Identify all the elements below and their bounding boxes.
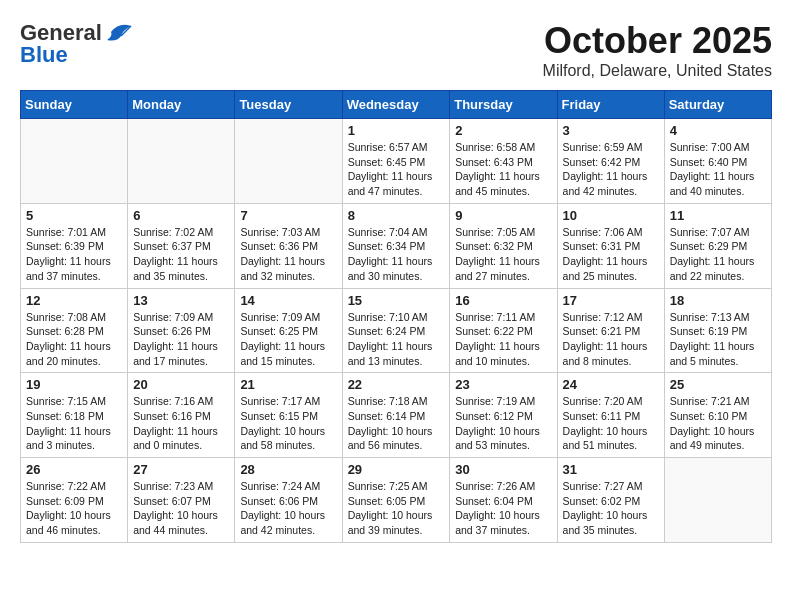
- calendar-day-cell: 17Sunrise: 7:12 AM Sunset: 6:21 PM Dayli…: [557, 288, 664, 373]
- day-number: 12: [26, 293, 122, 308]
- calendar-day-cell: 24Sunrise: 7:20 AM Sunset: 6:11 PM Dayli…: [557, 373, 664, 458]
- day-info: Sunrise: 7:16 AM Sunset: 6:16 PM Dayligh…: [133, 394, 229, 453]
- day-number: 15: [348, 293, 445, 308]
- calendar-week-row: 26Sunrise: 7:22 AM Sunset: 6:09 PM Dayli…: [21, 458, 772, 543]
- calendar-day-cell: 12Sunrise: 7:08 AM Sunset: 6:28 PM Dayli…: [21, 288, 128, 373]
- day-info: Sunrise: 7:11 AM Sunset: 6:22 PM Dayligh…: [455, 310, 551, 369]
- day-number: 4: [670, 123, 766, 138]
- day-info: Sunrise: 7:07 AM Sunset: 6:29 PM Dayligh…: [670, 225, 766, 284]
- day-number: 11: [670, 208, 766, 223]
- day-number: 19: [26, 377, 122, 392]
- calendar-day-header: Friday: [557, 91, 664, 119]
- day-number: 13: [133, 293, 229, 308]
- day-info: Sunrise: 7:01 AM Sunset: 6:39 PM Dayligh…: [26, 225, 122, 284]
- calendar-day-cell: 20Sunrise: 7:16 AM Sunset: 6:16 PM Dayli…: [128, 373, 235, 458]
- day-info: Sunrise: 7:23 AM Sunset: 6:07 PM Dayligh…: [133, 479, 229, 538]
- calendar-day-cell: 4Sunrise: 7:00 AM Sunset: 6:40 PM Daylig…: [664, 119, 771, 204]
- day-number: 6: [133, 208, 229, 223]
- day-number: 9: [455, 208, 551, 223]
- day-info: Sunrise: 7:22 AM Sunset: 6:09 PM Dayligh…: [26, 479, 122, 538]
- calendar-week-row: 12Sunrise: 7:08 AM Sunset: 6:28 PM Dayli…: [21, 288, 772, 373]
- day-number: 1: [348, 123, 445, 138]
- day-info: Sunrise: 7:09 AM Sunset: 6:26 PM Dayligh…: [133, 310, 229, 369]
- calendar-table: SundayMondayTuesdayWednesdayThursdayFrid…: [20, 90, 772, 543]
- calendar-day-cell: 3Sunrise: 6:59 AM Sunset: 6:42 PM Daylig…: [557, 119, 664, 204]
- calendar-day-cell: 13Sunrise: 7:09 AM Sunset: 6:26 PM Dayli…: [128, 288, 235, 373]
- day-number: 7: [240, 208, 336, 223]
- day-info: Sunrise: 7:15 AM Sunset: 6:18 PM Dayligh…: [26, 394, 122, 453]
- calendar-day-header: Thursday: [450, 91, 557, 119]
- title-block: October 2025 Milford, Delaware, United S…: [543, 20, 772, 80]
- day-info: Sunrise: 7:03 AM Sunset: 6:36 PM Dayligh…: [240, 225, 336, 284]
- day-info: Sunrise: 7:04 AM Sunset: 6:34 PM Dayligh…: [348, 225, 445, 284]
- day-info: Sunrise: 7:27 AM Sunset: 6:02 PM Dayligh…: [563, 479, 659, 538]
- calendar-day-cell: [21, 119, 128, 204]
- calendar-day-header: Saturday: [664, 91, 771, 119]
- day-info: Sunrise: 7:18 AM Sunset: 6:14 PM Dayligh…: [348, 394, 445, 453]
- day-number: 14: [240, 293, 336, 308]
- calendar-day-cell: 28Sunrise: 7:24 AM Sunset: 6:06 PM Dayli…: [235, 458, 342, 543]
- day-info: Sunrise: 7:12 AM Sunset: 6:21 PM Dayligh…: [563, 310, 659, 369]
- logo-blue: Blue: [20, 42, 68, 68]
- day-number: 21: [240, 377, 336, 392]
- day-number: 28: [240, 462, 336, 477]
- calendar-day-header: Sunday: [21, 91, 128, 119]
- calendar-day-cell: [128, 119, 235, 204]
- calendar-day-cell: 1Sunrise: 6:57 AM Sunset: 6:45 PM Daylig…: [342, 119, 450, 204]
- calendar-day-cell: 8Sunrise: 7:04 AM Sunset: 6:34 PM Daylig…: [342, 203, 450, 288]
- calendar-day-cell: 19Sunrise: 7:15 AM Sunset: 6:18 PM Dayli…: [21, 373, 128, 458]
- day-number: 31: [563, 462, 659, 477]
- day-info: Sunrise: 7:09 AM Sunset: 6:25 PM Dayligh…: [240, 310, 336, 369]
- calendar-week-row: 5Sunrise: 7:01 AM Sunset: 6:39 PM Daylig…: [21, 203, 772, 288]
- calendar-day-cell: 18Sunrise: 7:13 AM Sunset: 6:19 PM Dayli…: [664, 288, 771, 373]
- calendar-day-cell: 23Sunrise: 7:19 AM Sunset: 6:12 PM Dayli…: [450, 373, 557, 458]
- day-number: 17: [563, 293, 659, 308]
- calendar-day-cell: 11Sunrise: 7:07 AM Sunset: 6:29 PM Dayli…: [664, 203, 771, 288]
- day-info: Sunrise: 7:05 AM Sunset: 6:32 PM Dayligh…: [455, 225, 551, 284]
- calendar-day-cell: 15Sunrise: 7:10 AM Sunset: 6:24 PM Dayli…: [342, 288, 450, 373]
- day-number: 25: [670, 377, 766, 392]
- day-number: 26: [26, 462, 122, 477]
- day-info: Sunrise: 7:17 AM Sunset: 6:15 PM Dayligh…: [240, 394, 336, 453]
- day-number: 3: [563, 123, 659, 138]
- calendar-day-cell: 31Sunrise: 7:27 AM Sunset: 6:02 PM Dayli…: [557, 458, 664, 543]
- calendar-header-row: SundayMondayTuesdayWednesdayThursdayFrid…: [21, 91, 772, 119]
- page-title: October 2025: [543, 20, 772, 62]
- day-info: Sunrise: 7:00 AM Sunset: 6:40 PM Dayligh…: [670, 140, 766, 199]
- day-info: Sunrise: 7:21 AM Sunset: 6:10 PM Dayligh…: [670, 394, 766, 453]
- day-number: 30: [455, 462, 551, 477]
- calendar-day-cell: [235, 119, 342, 204]
- day-info: Sunrise: 6:57 AM Sunset: 6:45 PM Dayligh…: [348, 140, 445, 199]
- calendar-day-cell: 22Sunrise: 7:18 AM Sunset: 6:14 PM Dayli…: [342, 373, 450, 458]
- day-number: 23: [455, 377, 551, 392]
- day-info: Sunrise: 7:19 AM Sunset: 6:12 PM Dayligh…: [455, 394, 551, 453]
- day-info: Sunrise: 6:58 AM Sunset: 6:43 PM Dayligh…: [455, 140, 551, 199]
- day-info: Sunrise: 7:10 AM Sunset: 6:24 PM Dayligh…: [348, 310, 445, 369]
- page-subtitle: Milford, Delaware, United States: [543, 62, 772, 80]
- calendar-day-header: Tuesday: [235, 91, 342, 119]
- calendar-day-cell: 21Sunrise: 7:17 AM Sunset: 6:15 PM Dayli…: [235, 373, 342, 458]
- day-number: 18: [670, 293, 766, 308]
- day-number: 29: [348, 462, 445, 477]
- logo: General Blue: [20, 20, 133, 68]
- calendar-day-cell: 14Sunrise: 7:09 AM Sunset: 6:25 PM Dayli…: [235, 288, 342, 373]
- day-number: 16: [455, 293, 551, 308]
- calendar-day-cell: 9Sunrise: 7:05 AM Sunset: 6:32 PM Daylig…: [450, 203, 557, 288]
- day-info: Sunrise: 7:08 AM Sunset: 6:28 PM Dayligh…: [26, 310, 122, 369]
- day-number: 27: [133, 462, 229, 477]
- calendar-week-row: 19Sunrise: 7:15 AM Sunset: 6:18 PM Dayli…: [21, 373, 772, 458]
- day-number: 8: [348, 208, 445, 223]
- day-info: Sunrise: 7:02 AM Sunset: 6:37 PM Dayligh…: [133, 225, 229, 284]
- calendar-day-cell: [664, 458, 771, 543]
- calendar-day-cell: 25Sunrise: 7:21 AM Sunset: 6:10 PM Dayli…: [664, 373, 771, 458]
- calendar-day-cell: 27Sunrise: 7:23 AM Sunset: 6:07 PM Dayli…: [128, 458, 235, 543]
- calendar-day-cell: 5Sunrise: 7:01 AM Sunset: 6:39 PM Daylig…: [21, 203, 128, 288]
- calendar-day-cell: 29Sunrise: 7:25 AM Sunset: 6:05 PM Dayli…: [342, 458, 450, 543]
- day-number: 22: [348, 377, 445, 392]
- day-info: Sunrise: 6:59 AM Sunset: 6:42 PM Dayligh…: [563, 140, 659, 199]
- calendar-day-cell: 10Sunrise: 7:06 AM Sunset: 6:31 PM Dayli…: [557, 203, 664, 288]
- calendar-day-cell: 26Sunrise: 7:22 AM Sunset: 6:09 PM Dayli…: [21, 458, 128, 543]
- day-number: 20: [133, 377, 229, 392]
- day-number: 5: [26, 208, 122, 223]
- calendar-day-cell: 7Sunrise: 7:03 AM Sunset: 6:36 PM Daylig…: [235, 203, 342, 288]
